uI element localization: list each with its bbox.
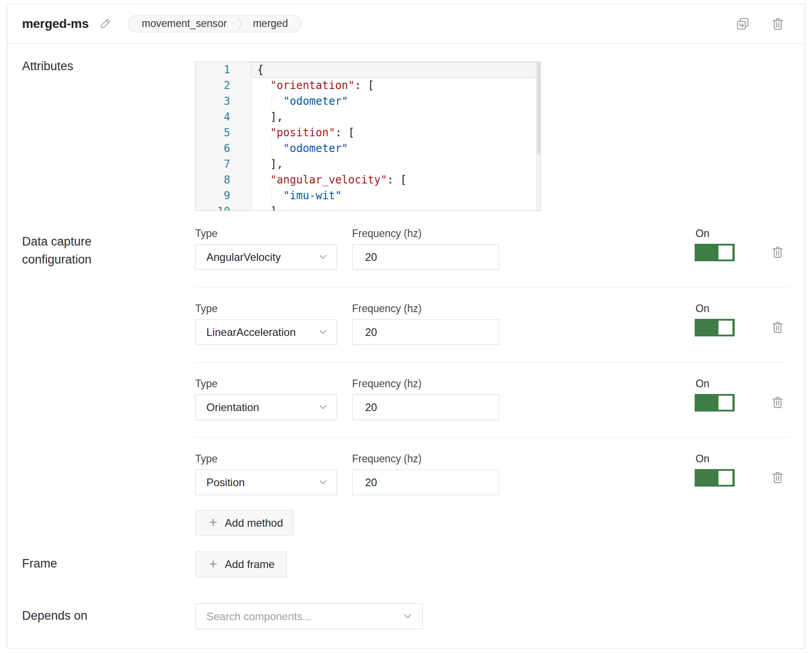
data-capture-label: Data capture configuration [22, 233, 139, 268]
line-content: { [251, 62, 536, 78]
type-label: Type [195, 302, 218, 315]
editor-scrollbar-thumb[interactable] [537, 62, 540, 154]
type-select[interactable]: Position [195, 470, 337, 495]
on-label: On [696, 452, 709, 465]
frequency-label: Frequency (hz) [352, 302, 422, 315]
code-line: 9 "imu-wit" [196, 188, 536, 204]
add-frame-button[interactable]: + Add frame [195, 551, 287, 577]
toggle-knob [718, 396, 732, 410]
line-content: "position": [ [251, 125, 536, 141]
line-number: 1 [196, 62, 251, 78]
capture-row: Type Frequency (hz) On Orientation [195, 377, 789, 452]
trash-icon [771, 470, 785, 484]
line-number: 7 [196, 157, 251, 172]
trash-icon [771, 320, 785, 334]
frequency-label: Frequency (hz) [352, 452, 422, 465]
row-delete-button[interactable] [771, 320, 785, 334]
code-line: 3 "odometer" [196, 94, 536, 109]
line-content: "orientation": [ [251, 78, 536, 94]
frequency-label: Frequency (hz) [352, 227, 422, 240]
code-line: 8 "angular_velocity": [ [196, 172, 536, 188]
line-content: "angular_velocity": [ [251, 172, 536, 188]
on-label: On [696, 227, 709, 240]
chevron-right-icon [237, 16, 243, 31]
data-capture-rows: Type Frequency (hz) On AngularVelocity T… [195, 227, 789, 528]
chevron-down-icon [319, 480, 327, 485]
code-line: 5 "position": [ [196, 125, 536, 141]
capture-row: Type Frequency (hz) On AngularVelocity [195, 227, 789, 302]
type-select[interactable]: LinearAcceleration [195, 319, 337, 345]
breadcrumb-type: movement_sensor [128, 18, 237, 30]
header-actions [736, 17, 785, 31]
line-content: "odometer" [251, 94, 536, 109]
row-delete-button[interactable] [771, 470, 785, 484]
line-content: ], [251, 109, 536, 125]
capture-on-toggle[interactable] [695, 469, 735, 487]
line-number: 8 [196, 172, 251, 188]
frequency-input[interactable] [352, 470, 499, 495]
capture-row: Type Frequency (hz) On LinearAcceleratio… [195, 302, 789, 377]
type-select[interactable]: Orientation [195, 394, 337, 420]
code-line: 1 { [196, 62, 536, 78]
line-content: ] [251, 204, 536, 211]
plus-icon: + [209, 557, 217, 571]
line-content: "imu-wit" [251, 188, 536, 204]
editor-code-lines: 1 { 2 "orientation": [ 3 "odometer" 4 ],… [196, 62, 536, 211]
on-label: On [696, 302, 709, 315]
line-number: 10 [196, 204, 251, 211]
trash-icon [771, 395, 785, 409]
toggle-knob [718, 246, 732, 259]
frequency-input[interactable] [352, 319, 499, 345]
row-delete-button[interactable] [771, 245, 785, 259]
capture-on-toggle[interactable] [695, 394, 735, 411]
capture-on-toggle[interactable] [695, 244, 735, 261]
component-name: merged-ms [22, 17, 89, 31]
capture-on-toggle[interactable] [695, 319, 735, 336]
attributes-code-editor[interactable]: 1 { 2 "orientation": [ 3 "odometer" 4 ],… [195, 62, 541, 211]
on-label: On [696, 377, 709, 390]
line-number: 5 [196, 125, 251, 141]
toggle-knob [718, 471, 732, 485]
toggle-knob [718, 321, 732, 335]
depends-on-label: Depends on [22, 607, 88, 625]
chevron-down-icon [319, 330, 327, 335]
add-frame-label: Add frame [225, 558, 275, 571]
code-line: 4 ], [196, 109, 536, 125]
row-delete-button[interactable] [771, 395, 785, 409]
line-content: ], [251, 157, 536, 172]
depends-on-placeholder: Search components... [206, 610, 404, 623]
type-select-value: Position [206, 476, 319, 489]
type-select-value: AngularVelocity [206, 251, 319, 264]
card-header: merged-ms movement_sensor merged [7, 4, 805, 44]
type-select-value: LinearAcceleration [206, 326, 319, 339]
frequency-input[interactable] [352, 244, 499, 270]
delete-component-button[interactable] [771, 17, 785, 31]
type-select[interactable]: AngularVelocity [195, 244, 337, 270]
code-line: 6 "odometer" [196, 141, 536, 157]
add-method-button[interactable]: + Add method [195, 510, 294, 536]
frequency-label: Frequency (hz) [352, 377, 422, 390]
line-number: 2 [196, 78, 251, 94]
line-content: "odometer" [251, 141, 536, 157]
chevron-down-icon [404, 614, 411, 619]
line-number: 4 [196, 109, 251, 125]
trash-icon [771, 245, 785, 259]
frequency-input[interactable] [352, 394, 499, 420]
editor-scrollbar[interactable] [536, 62, 540, 210]
add-method-label: Add method [225, 517, 283, 529]
code-line: 10 ] [196, 204, 536, 211]
line-number: 3 [196, 94, 251, 109]
card-body: Attributes 1 { 2 "orientation": [ 3 "odo… [7, 44, 805, 648]
pencil-icon [99, 18, 112, 30]
component-config-card: merged-ms movement_sensor merged Attribu… [7, 4, 805, 649]
duplicate-button[interactable] [736, 17, 750, 31]
line-number: 9 [196, 188, 251, 204]
depends-on-select[interactable]: Search components... [195, 604, 423, 629]
attributes-label: Attributes [22, 57, 73, 75]
edit-name-button[interactable] [99, 18, 112, 30]
type-label: Type [195, 227, 218, 240]
trash-icon [771, 17, 785, 31]
code-line: 7 ], [196, 157, 536, 172]
duplicate-icon [736, 17, 750, 31]
chevron-down-icon [319, 405, 327, 410]
